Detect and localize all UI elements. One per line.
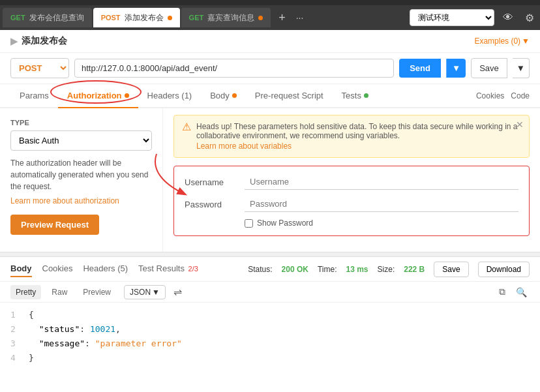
code-message-key: "message": "parameter error": [29, 337, 182, 351]
code-bracket-open: {: [29, 308, 34, 322]
fmt-tab-raw[interactable]: Raw: [46, 285, 72, 299]
auth-learn-more-link[interactable]: Learn more about authorization: [10, 195, 152, 207]
time-value: 13 ms: [346, 265, 368, 274]
cookies-link[interactable]: Cookies: [476, 91, 504, 100]
resp-tab-test-results[interactable]: Test Results 2/3: [138, 261, 198, 277]
more-tabs-button[interactable]: ···: [292, 11, 308, 24]
tab-tests[interactable]: Tests: [333, 84, 378, 108]
copy-icon-button[interactable]: ⧉: [496, 285, 508, 299]
tab-label-3: 嘉宾查询信息: [207, 12, 254, 23]
password-label: Password: [185, 200, 237, 209]
warning-icon: ⚠: [182, 121, 191, 133]
settings-icon-button[interactable]: ⚙: [522, 10, 537, 25]
response-status-info: Status: 200 OK Time: 13 ms Size: 222 B S…: [248, 262, 530, 277]
tab-actions: + ···: [275, 10, 307, 26]
code-bracket-close: }: [29, 351, 34, 365]
send-button[interactable]: Send: [399, 59, 441, 78]
tab-body[interactable]: Body: [201, 84, 246, 108]
main-content: TYPE Basic Auth No Auth Bearer Token Dig…: [0, 108, 540, 252]
line-number-1: 1: [10, 308, 21, 322]
preview-request-button[interactable]: Preview Request: [10, 215, 99, 235]
url-input[interactable]: [74, 59, 394, 78]
username-input[interactable]: [245, 174, 518, 190]
tab-dot-3: [258, 16, 263, 20]
size-value: 222 B: [404, 265, 425, 274]
auth-tab-dot: [125, 93, 129, 98]
show-password-row: Show Password: [185, 219, 518, 228]
tab-label-2: 添加发布会: [125, 12, 164, 23]
status-label: Status:: [248, 265, 272, 274]
password-input[interactable]: [245, 196, 518, 212]
resp-tab-headers-label: Headers (5): [83, 264, 128, 273]
env-select[interactable]: 测试环境 开发环境 生产环境: [410, 9, 494, 26]
tab-prescript-label: Pre-request Script: [255, 91, 323, 100]
req-name-arrow: ▶: [10, 36, 18, 46]
response-download-button[interactable]: Download: [478, 262, 530, 277]
warning-close-button[interactable]: ✕: [516, 119, 524, 130]
tab-headers-label: Headers (1): [147, 91, 192, 100]
examples-chevron-icon: ▼: [522, 37, 530, 46]
eye-icon-button[interactable]: 👁: [500, 10, 517, 25]
tab-post-2[interactable]: POST 添加发布会: [93, 8, 180, 27]
send-dropdown-button[interactable]: ▼: [446, 59, 466, 78]
tab-params-label: Params: [20, 91, 49, 100]
tab-get-3[interactable]: GET 嘉宾查询信息: [181, 8, 271, 27]
resp-tab-headers[interactable]: Headers (5): [83, 261, 128, 277]
response-save-button[interactable]: Save: [434, 262, 468, 277]
tab-bar: GET 发布会信息查询 POST 添加发布会 GET 嘉宾查询信息 + ··· …: [0, 5, 540, 30]
fmt-tab-preview-label: Preview: [83, 288, 111, 297]
show-password-checkbox[interactable]: [245, 219, 253, 228]
tab-method-1: GET: [10, 14, 25, 22]
add-tab-button[interactable]: +: [275, 10, 290, 26]
resp-tab-body-label: Body: [10, 264, 32, 273]
wrap-icon-button[interactable]: ⇌: [171, 284, 185, 299]
tab-headers[interactable]: Headers (1): [138, 84, 202, 108]
tab-get-1[interactable]: GET 发布会信息查询: [3, 8, 92, 27]
url-bar: POST GET PUT DELETE PATCH Send ▼ Save ▼: [0, 53, 540, 84]
tab-authorization[interactable]: Authorization: [58, 84, 138, 108]
request-name: ▶ 添加发布会: [10, 35, 67, 47]
top-bar: [0, 0, 540, 5]
tab-method-2: POST: [101, 14, 121, 22]
code-status-key: "status": 10021,: [29, 322, 121, 337]
resp-tab-body[interactable]: Body: [10, 261, 32, 277]
line-number-4: 4: [10, 351, 21, 365]
fmt-tab-pretty[interactable]: Pretty: [10, 285, 41, 299]
fmt-tab-raw-label: Raw: [52, 288, 67, 297]
method-select[interactable]: POST GET PUT DELETE PATCH: [10, 58, 69, 78]
tab-dot-2: [168, 16, 172, 20]
auth-right-panel: ⚠ Heads up! These parameters hold sensit…: [163, 108, 540, 252]
fmt-tab-preview[interactable]: Preview: [78, 285, 116, 299]
examples-button[interactable]: Examples (0) ▼: [474, 37, 530, 46]
learn-vars-link[interactable]: Learn more about variables: [196, 142, 521, 151]
tab-params[interactable]: Params: [10, 84, 58, 108]
request-name-bar: ▶ 添加发布会 Examples (0) ▼: [0, 30, 540, 53]
code-link[interactable]: Code: [511, 91, 530, 100]
warning-content: Heads up! These parameters hold sensitiv…: [196, 122, 521, 151]
resp-tab-cookies[interactable]: Cookies: [42, 261, 73, 277]
save-dropdown-button[interactable]: ▼: [513, 58, 530, 78]
tab-auth-label: Authorization: [67, 91, 122, 100]
resp-tab-cookies-label: Cookies: [42, 264, 73, 273]
tab-label-1: 发布会信息查询: [29, 12, 84, 23]
show-password-label: Show Password: [257, 219, 313, 228]
type-label: TYPE: [10, 119, 152, 127]
test-results-badge: 2/3: [188, 265, 198, 273]
req-name-label: 添加发布会: [22, 35, 67, 47]
auth-form: Username Password Show Password: [173, 166, 530, 236]
tab-method-3: GET: [189, 14, 204, 22]
code-line-3: 3 "message": "parameter error": [10, 337, 530, 351]
warning-box: ⚠ Heads up! These parameters hold sensit…: [173, 115, 530, 158]
tests-dot: [364, 93, 368, 98]
save-button[interactable]: Save: [471, 58, 507, 78]
search-icon-button[interactable]: 🔍: [513, 286, 530, 299]
body-dot: [232, 93, 237, 98]
format-select[interactable]: JSON ▼: [124, 285, 166, 299]
status-value: 200 OK: [282, 265, 308, 274]
username-field-row: Username: [185, 174, 518, 190]
auth-type-select[interactable]: Basic Auth No Auth Bearer Token Digest A…: [10, 130, 152, 151]
resp-tab-test-results-label: Test Results: [138, 264, 185, 273]
auth-desc-text: The authorization header will be automat…: [10, 158, 148, 191]
tab-prescript[interactable]: Pre-request Script: [246, 84, 333, 108]
time-label: Time:: [318, 265, 337, 274]
